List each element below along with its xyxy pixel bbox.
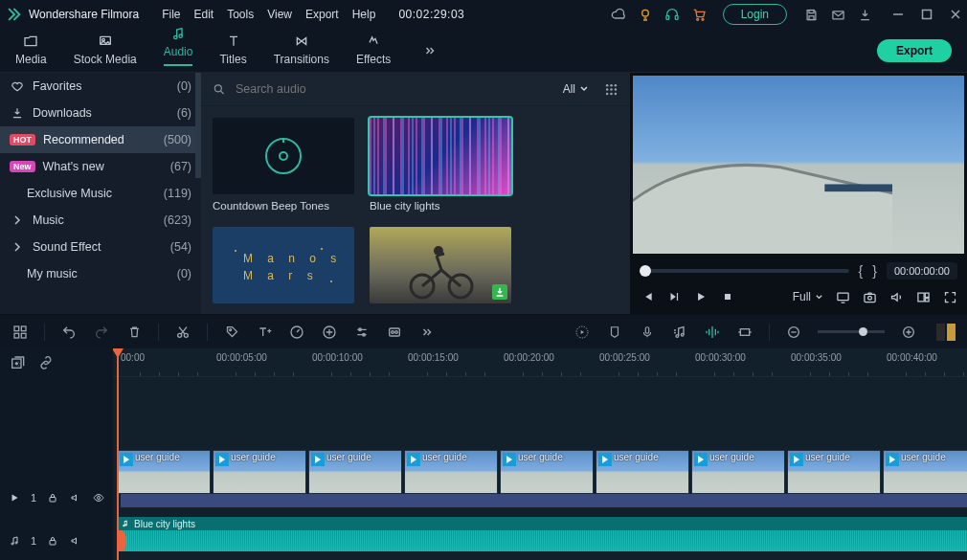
sliders-icon[interactable] (353, 324, 371, 341)
asset-item[interactable] (370, 227, 511, 309)
zoom-slider[interactable] (818, 330, 885, 333)
voiceover-icon[interactable] (639, 324, 656, 341)
preview-seekbar[interactable] (640, 269, 849, 273)
mute-icon[interactable] (69, 534, 82, 548)
layout-icon[interactable] (915, 289, 931, 304)
tab-effects[interactable]: Effects (356, 34, 391, 72)
sidebar-item-mymusic[interactable]: My music (0) (0, 260, 201, 287)
fullscreen-icon[interactable] (942, 289, 957, 304)
audio-mixer-icon[interactable] (671, 324, 688, 341)
grid-view-icon[interactable] (604, 82, 618, 97)
playhead[interactable] (117, 348, 119, 560)
mute-icon[interactable] (69, 491, 82, 504)
asset-thumb[interactable]: M a n o sM a r s (213, 227, 354, 303)
sidebar-item-exclusive[interactable]: Exclusive Music (119) (0, 180, 201, 207)
sidebar-item-soundeffect[interactable]: Sound Effect (54) (0, 234, 201, 260)
undo-icon[interactable] (60, 324, 78, 341)
window-minimize-icon[interactable] (892, 9, 904, 20)
zoom-in-icon[interactable] (900, 324, 917, 341)
download-badge-icon[interactable] (492, 284, 507, 300)
mark-out-button[interactable]: } (872, 263, 877, 279)
audio-track-head[interactable]: 1 (0, 522, 113, 560)
video-clip[interactable]: user guide (117, 450, 211, 494)
eye-icon[interactable] (92, 491, 105, 504)
delete-icon[interactable] (125, 324, 143, 341)
play-forward-icon[interactable] (666, 289, 682, 304)
headphones-icon[interactable] (662, 4, 683, 25)
add-track-icon[interactable] (10, 355, 25, 370)
audio-track[interactable]: Blue city lights (117, 517, 967, 551)
window-close-icon[interactable] (950, 9, 961, 20)
cut-icon[interactable] (174, 324, 191, 341)
lock-icon[interactable] (46, 534, 59, 548)
search-input[interactable] (213, 82, 548, 97)
tag-icon[interactable] (223, 324, 240, 341)
video-clip[interactable]: user guide (213, 450, 306, 494)
filter-dropdown[interactable]: All (557, 80, 595, 98)
menu-edit[interactable]: Edit (194, 8, 214, 21)
stop-icon[interactable] (720, 289, 735, 304)
redo-icon[interactable] (93, 324, 110, 341)
menu-file[interactable]: File (162, 8, 180, 21)
menu-tools[interactable]: Tools (227, 8, 254, 21)
video-clip[interactable]: user guide (787, 450, 881, 494)
display-icon[interactable] (835, 289, 850, 304)
asset-item[interactable]: Blue city lights (370, 118, 511, 212)
video-clip[interactable]: user guide (500, 450, 594, 494)
video-clip[interactable]: user guide (404, 450, 498, 494)
cart-icon[interactable] (688, 4, 709, 25)
color-icon[interactable] (386, 324, 403, 341)
mail-icon[interactable] (827, 4, 848, 25)
timeline-ruler[interactable]: 00:0000:00:05:0000:00:10:0000:00:15:0000… (113, 348, 967, 377)
step-back-icon[interactable] (640, 289, 655, 304)
video-clip[interactable]: user guide (308, 450, 402, 494)
sidebar-item-music[interactable]: Music (623) (0, 207, 201, 234)
menu-export[interactable]: Export (305, 8, 339, 21)
mark-in-button[interactable]: { (859, 263, 864, 279)
cloud-icon[interactable] (608, 4, 629, 25)
preview-video[interactable] (633, 76, 964, 254)
sidebar-item-recommended[interactable]: HOT Recommended (500) (0, 126, 201, 153)
tab-audio[interactable]: Audio (164, 26, 193, 72)
video-clip[interactable]: user guide (596, 450, 689, 494)
tab-transitions[interactable]: Transitions (274, 34, 329, 72)
sidebar-item-favorites[interactable]: Favorites (0) (0, 73, 201, 100)
download-icon[interactable] (854, 4, 875, 25)
layout-grid-icon[interactable] (11, 324, 29, 341)
export-button[interactable]: Export (877, 39, 952, 62)
tab-media[interactable]: Media (15, 34, 47, 72)
zoom-out-icon[interactable] (785, 324, 802, 341)
marker-icon[interactable] (606, 324, 623, 341)
add-text-icon[interactable] (256, 324, 273, 341)
asset-thumb[interactable] (213, 118, 354, 194)
quality-dropdown[interactable]: Full (793, 290, 823, 303)
tab-stockmedia[interactable]: Stock Media (74, 34, 137, 72)
video-clip[interactable]: user guide (691, 450, 785, 494)
play-icon[interactable] (693, 289, 708, 304)
render-preview-icon[interactable] (573, 324, 591, 341)
video-track-head[interactable]: 1 (0, 474, 113, 522)
more-tools-icon[interactable] (418, 324, 436, 341)
tab-titles[interactable]: Titles (219, 34, 246, 72)
video-clip[interactable]: user guide (883, 450, 967, 494)
speed-icon[interactable] (288, 324, 305, 341)
auto-beat-icon[interactable] (704, 324, 721, 341)
login-button[interactable]: Login (723, 4, 787, 25)
keyframe-icon[interactable] (736, 324, 753, 341)
save-icon[interactable] (800, 4, 821, 25)
lock-icon[interactable] (46, 491, 59, 504)
video-track[interactable]: user guideuser guideuser guideuser guide… (117, 450, 967, 498)
asset-thumb[interactable] (370, 227, 511, 303)
link-icon[interactable] (38, 355, 54, 370)
volume-icon[interactable] (888, 289, 904, 304)
timeline-body[interactable]: 00:0000:00:05:0000:00:10:0000:00:15:0000… (113, 348, 967, 560)
window-maximize-icon[interactable] (921, 9, 933, 20)
sidebar-item-whatsnew[interactable]: New What's new (67) (0, 153, 201, 180)
asset-item[interactable]: M a n o sM a r s (213, 227, 354, 309)
asset-thumb[interactable] (370, 118, 511, 194)
lightbulb-icon[interactable] (635, 4, 656, 25)
tabs-more-icon[interactable] (421, 44, 439, 57)
audio-clip[interactable]: Blue city lights (117, 517, 967, 551)
menu-help[interactable]: Help (352, 8, 376, 21)
crop-pan-icon[interactable] (321, 324, 338, 341)
